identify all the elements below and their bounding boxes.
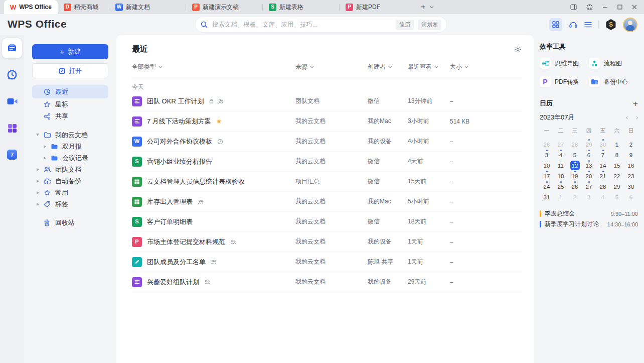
tab-new-document[interactable]: W 新建文档 bbox=[109, 0, 186, 14]
apps-grid-button[interactable] bbox=[549, 18, 562, 31]
calendar-day[interactable]: 20 bbox=[582, 171, 596, 181]
tree-item-meeting-notes[interactable]: 会议记录 bbox=[32, 152, 108, 164]
calendar-day[interactable]: 4 bbox=[554, 150, 568, 160]
tree-item-bimonthly-report[interactable]: 双月报 bbox=[32, 141, 108, 152]
event-item[interactable]: 新季度学习计划讨论 14:30–16:00 bbox=[540, 219, 638, 229]
rail-item-meeting[interactable] bbox=[2, 91, 22, 111]
tab-new-spreadsheet[interactable]: S 新建表格 bbox=[263, 0, 339, 14]
calendar-day[interactable]: 13 bbox=[582, 160, 596, 171]
theme-skin-icon[interactable] bbox=[586, 4, 593, 11]
tab-wps-office[interactable]: W WPS Office bbox=[4, 0, 58, 14]
calendar-day[interactable]: 26 bbox=[568, 181, 582, 192]
event-item[interactable]: 季度总结会 9:30–11:00 bbox=[540, 208, 638, 219]
calendar-next-icon[interactable]: › bbox=[636, 114, 638, 121]
filter-recently-viewed[interactable]: 最近查看 bbox=[408, 63, 450, 71]
calendar-day[interactable]: 1 bbox=[610, 139, 624, 150]
calendar-day[interactable]: 31 bbox=[540, 192, 554, 202]
file-row[interactable]: W公司对外合作协议模板我的云文档我的设备4小时前– bbox=[132, 132, 522, 152]
rail-item-messages[interactable] bbox=[2, 65, 22, 85]
calendar-day[interactable]: 26 bbox=[540, 139, 554, 150]
list-settings-gear-icon[interactable] bbox=[514, 46, 522, 53]
file-row[interactable]: 云文档管理人员信息统计表格验收项目汇总微信15天前– bbox=[132, 172, 522, 192]
filter-creator[interactable]: 创建者 bbox=[368, 63, 408, 71]
calendar-day[interactable]: 7 bbox=[596, 150, 610, 160]
tree-item-frequent[interactable]: 常用 bbox=[32, 187, 108, 198]
calendar-day[interactable]: 14 bbox=[596, 160, 610, 171]
maximize-icon[interactable] bbox=[617, 5, 622, 10]
file-row[interactable]: 团队 OKR 工作计划团队文档微信13分钟前– bbox=[132, 91, 522, 111]
calendar-day[interactable]: 21 bbox=[596, 171, 610, 181]
calendar-day[interactable]: 1 bbox=[554, 192, 568, 202]
calendar-day[interactable]: 28 bbox=[568, 139, 582, 150]
calendar-day[interactable]: 27 bbox=[554, 139, 568, 150]
sidebar-item-trash[interactable]: 回收站 bbox=[32, 217, 108, 229]
calendar-day[interactable]: 25 bbox=[554, 181, 568, 192]
filter-source[interactable]: 来源 bbox=[295, 63, 368, 71]
calendar-day[interactable]: 30 bbox=[596, 139, 610, 150]
membership-badge-icon[interactable]: S bbox=[605, 19, 616, 30]
tool-flowchart[interactable]: 流程图 bbox=[589, 58, 638, 69]
global-search-bar[interactable]: 简历 策划案 bbox=[196, 17, 446, 32]
search-input[interactable] bbox=[211, 21, 392, 29]
calendar-day[interactable]: 29 bbox=[582, 139, 596, 150]
open-file-button[interactable]: 打开 bbox=[32, 63, 108, 78]
tool-pdf-convert[interactable]: P PDF转换 bbox=[540, 76, 589, 87]
filter-all-types[interactable]: 全部类型 bbox=[132, 63, 295, 71]
calendar-day[interactable]: 24 bbox=[540, 181, 554, 192]
calendar-day[interactable]: 19 bbox=[568, 171, 582, 181]
calendar-day[interactable]: 28 bbox=[596, 181, 610, 192]
calendar-day[interactable]: 8 bbox=[610, 150, 624, 160]
calendar-day[interactable]: 22 bbox=[610, 171, 624, 181]
calendar-day[interactable]: 5 bbox=[568, 150, 582, 160]
tree-item-team-docs[interactable]: 团队文档 bbox=[32, 164, 108, 175]
calendar-day[interactable]: 27 bbox=[582, 181, 596, 192]
support-headset-icon[interactable] bbox=[569, 21, 578, 29]
rail-item-apps[interactable] bbox=[2, 118, 22, 138]
tab-new-presentation[interactable]: P 新建演示文稿 bbox=[186, 0, 262, 14]
minimize-icon[interactable] bbox=[602, 5, 608, 10]
filter-size[interactable]: 大小 bbox=[450, 63, 522, 71]
sidebar-item-starred[interactable]: 星标 bbox=[32, 98, 108, 110]
add-tab-icon[interactable]: + bbox=[421, 3, 425, 12]
search-tag-proposal[interactable]: 策划案 bbox=[418, 20, 441, 30]
calendar-day[interactable]: 3 bbox=[582, 192, 596, 202]
calendar-day[interactable]: 17 bbox=[540, 171, 554, 181]
tree-item-tags[interactable]: 标签 bbox=[32, 198, 108, 210]
search-tag-resume[interactable]: 简历 bbox=[396, 20, 414, 30]
file-row[interactable]: S客户订单明细表我的云文档微信18天前– bbox=[132, 212, 522, 232]
calendar-day[interactable]: 2 bbox=[568, 192, 582, 202]
calendar-day[interactable]: 6 bbox=[624, 192, 638, 202]
tab-new-pdf[interactable]: P 新建PDF bbox=[340, 0, 416, 14]
calendar-day[interactable]: 2 bbox=[624, 139, 638, 150]
calendar-day[interactable]: 29 bbox=[610, 181, 624, 192]
sidebar-item-shared[interactable]: 共享 bbox=[32, 110, 108, 123]
tool-backup-center[interactable]: 备份中心 bbox=[589, 76, 638, 87]
rail-item-docs[interactable] bbox=[2, 38, 22, 58]
add-event-icon[interactable]: + bbox=[633, 99, 638, 108]
file-row[interactable]: 库存出入管理表我的云文档我的Mac5小时前– bbox=[132, 192, 522, 212]
calendar-day[interactable]: 30 bbox=[624, 181, 638, 192]
tab-list-chevron-icon[interactable] bbox=[429, 6, 434, 9]
file-row[interactable]: 7 月线下活动策划方案★我的云文档我的Mac3小时前514 KB bbox=[132, 111, 522, 132]
calendar-day[interactable]: 16 bbox=[624, 160, 638, 171]
calendar-day[interactable]: 15 bbox=[610, 160, 624, 171]
tree-item-auto-backup[interactable]: 自动备份 bbox=[32, 175, 108, 187]
calendar-day[interactable]: 9 bbox=[624, 150, 638, 160]
tool-mind-map[interactable]: 思维导图 bbox=[540, 58, 589, 69]
rail-item-calendar[interactable]: 7 bbox=[2, 145, 22, 165]
calendar-day[interactable]: 3 bbox=[540, 150, 554, 160]
file-row[interactable]: P市场主体登记提交材料规范我的云文档我的设备1天前– bbox=[132, 232, 522, 252]
calendar-day[interactable]: 5 bbox=[610, 192, 624, 202]
file-row[interactable]: 团队成员及分工名单我的云文档陈旭 共享1天前– bbox=[132, 252, 522, 272]
main-menu-icon[interactable] bbox=[584, 22, 592, 28]
file-row[interactable]: 兴趣爱好组队计划我的云文档我的设备29天前– bbox=[132, 272, 522, 292]
split-view-icon[interactable] bbox=[570, 4, 577, 10]
calendar-day[interactable]: 10 bbox=[540, 160, 554, 171]
calendar-day-selected[interactable]: 12 bbox=[568, 160, 582, 171]
file-row[interactable]: S营销小组业绩分析报告我的云文档微信4天前– bbox=[132, 152, 522, 172]
calendar-day[interactable]: 23 bbox=[624, 171, 638, 181]
sidebar-item-recent[interactable]: 最近 bbox=[32, 85, 108, 98]
tab-docer-mall[interactable]: D 稻壳商城 bbox=[58, 0, 109, 14]
new-document-button[interactable]: + 新建 bbox=[32, 44, 108, 59]
tree-item-my-cloud-docs[interactable]: 我的云文档 bbox=[32, 129, 108, 141]
